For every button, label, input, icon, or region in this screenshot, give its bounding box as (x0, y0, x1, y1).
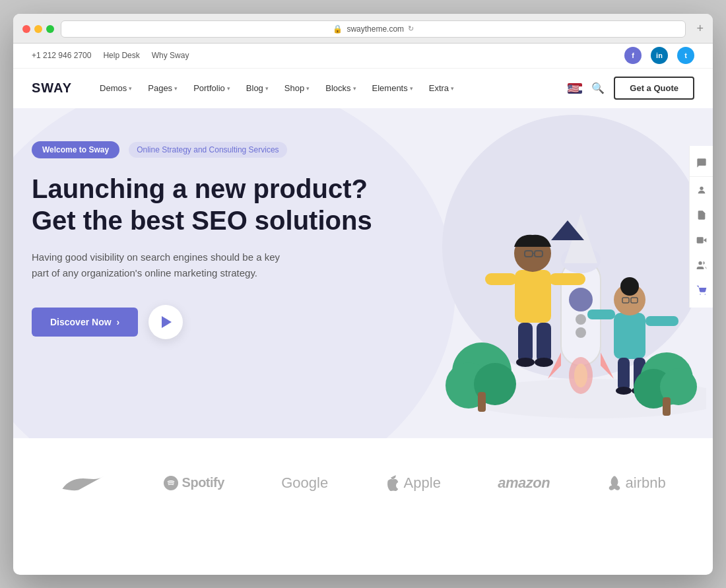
facebook-icon[interactable]: f (624, 47, 642, 64)
sidebar-user-button[interactable] (690, 178, 713, 202)
nav-item-elements[interactable]: Elements ▾ (366, 79, 420, 97)
svg-point-49 (704, 294, 705, 294)
hero-badge-row: Welcome to Sway Online Strategy and Cons… (32, 141, 375, 158)
chevron-down-icon: ▾ (451, 85, 454, 92)
lock-icon: 🔒 (333, 24, 343, 34)
chevron-down-icon: ▾ (174, 85, 178, 92)
svg-point-8 (576, 314, 586, 325)
sidebar-chat-button[interactable] (690, 151, 713, 175)
svg-rect-17 (518, 323, 533, 362)
sidebar-team-button[interactable] (690, 253, 713, 277)
svg-point-11 (574, 364, 587, 387)
reload-icon: ↻ (408, 24, 414, 33)
svg-point-20 (535, 358, 553, 367)
nike-logo-icon (60, 470, 106, 496)
minimize-button[interactable] (34, 25, 42, 33)
help-desk-link[interactable]: Help Desk (103, 51, 139, 60)
twitter-icon[interactable]: t (677, 47, 694, 64)
right-sidebar (689, 146, 713, 308)
svg-rect-34 (587, 310, 615, 319)
brand-amazon: amazon (498, 474, 550, 492)
svg-rect-46 (696, 237, 703, 243)
play-triangle-icon (162, 316, 172, 328)
nav-item-portfolio[interactable]: Portfolio ▾ (187, 79, 237, 97)
svg-rect-33 (645, 316, 678, 326)
play-video-button[interactable] (148, 305, 183, 339)
linkedin-icon[interactable]: in (651, 47, 668, 64)
browser-window: 🔒 swaytheme.com ↻ + +1 212 946 2700 Help… (13, 14, 713, 575)
chevron-down-icon: ▾ (353, 85, 356, 92)
sidebar-cart-button[interactable] (690, 278, 713, 302)
chevron-down-icon: ▾ (227, 85, 230, 92)
spotify-logo-icon (164, 476, 178, 490)
svg-marker-45 (703, 238, 706, 242)
chevron-down-icon: ▾ (306, 85, 310, 92)
discover-now-button[interactable]: Discover Now › (32, 308, 138, 337)
main-nav: SWAY Demos ▾ Pages ▾ Portfolio ▾ Blog ▾ … (13, 69, 713, 108)
sidebar-video-button[interactable] (690, 228, 713, 252)
brands-section: Spotify Google Apple amazon airbnb (13, 438, 713, 528)
hero-actions: Discover Now › (32, 305, 375, 339)
hero-content: Welcome to Sway Online Strategy and Cons… (32, 108, 375, 339)
nav-item-blocks[interactable]: Blocks ▾ (319, 79, 362, 97)
site-logo[interactable]: SWAY (32, 81, 72, 96)
welcome-badge: Welcome to Sway (32, 141, 119, 158)
close-button[interactable] (22, 25, 30, 33)
svg-point-26 (620, 277, 639, 296)
airbnb-logo-icon (607, 474, 622, 492)
apple-logo-icon (385, 474, 400, 492)
address-bar[interactable]: 🔒 swaytheme.com ↻ (61, 20, 686, 38)
search-button[interactable]: 🔍 (589, 79, 607, 97)
svg-point-47 (698, 261, 702, 265)
maximize-button[interactable] (46, 25, 54, 33)
arrow-right-icon: › (117, 317, 120, 327)
nav-item-shop[interactable]: Shop ▾ (278, 79, 316, 97)
url-text: swaytheme.com (346, 24, 404, 34)
language-selector[interactable]: 🇺🇸 (568, 83, 582, 94)
hero-title: Launching a new product? Get the best SE… (32, 173, 375, 236)
svg-rect-18 (537, 323, 551, 362)
top-bar: +1 212 946 2700 Help Desk Why Sway f in … (13, 44, 713, 69)
svg-rect-22 (549, 273, 585, 285)
brand-google: Google (281, 474, 328, 492)
nav-item-extra[interactable]: Extra ▾ (422, 79, 461, 97)
nav-item-demos[interactable]: Demos ▾ (93, 79, 139, 97)
svg-point-48 (700, 294, 700, 294)
brand-apple: Apple (385, 474, 441, 492)
sidebar-divider (690, 176, 713, 177)
brand-spotify: Spotify (164, 475, 224, 490)
svg-rect-24 (614, 313, 645, 359)
svg-point-19 (516, 358, 535, 367)
nav-item-blog[interactable]: Blog ▾ (240, 79, 275, 97)
brand-nike (60, 470, 106, 496)
svg-rect-42 (663, 397, 671, 416)
get-quote-button[interactable]: Get a Quote (614, 77, 694, 100)
chevron-down-icon: ▾ (265, 85, 269, 92)
sidebar-document-button[interactable] (690, 203, 713, 227)
svg-point-44 (700, 186, 703, 189)
hero-illustration (409, 115, 706, 425)
hero-subtitle-tag: Online Strategy and Consulting Services (129, 142, 286, 158)
nav-item-pages[interactable]: Pages ▾ (141, 79, 184, 97)
svg-point-43 (164, 476, 178, 490)
browser-chrome: 🔒 swaytheme.com ↻ + (13, 14, 713, 44)
hero-section: Welcome to Sway Online Strategy and Cons… (13, 108, 713, 438)
new-tab-button[interactable]: + (696, 22, 704, 36)
svg-rect-12 (515, 270, 551, 323)
phone-number: +1 212 946 2700 (32, 51, 91, 60)
traffic-lights (22, 25, 54, 33)
svg-point-31 (616, 387, 632, 395)
svg-point-9 (576, 327, 586, 338)
top-bar-right: f in t (624, 47, 694, 64)
brand-airbnb: airbnb (607, 474, 666, 492)
top-bar-left: +1 212 946 2700 Help Desk Why Sway (32, 51, 189, 60)
hero-description: Having good visibility on search engines… (32, 249, 296, 281)
svg-rect-29 (618, 358, 630, 391)
why-sway-link[interactable]: Why Sway (152, 51, 189, 60)
svg-point-7 (569, 288, 593, 311)
chevron-down-icon: ▾ (129, 85, 132, 92)
svg-rect-38 (478, 392, 486, 412)
nav-right: 🇺🇸 🔍 Get a Quote (568, 77, 694, 100)
svg-rect-21 (485, 273, 517, 285)
nav-menu: Demos ▾ Pages ▾ Portfolio ▾ Blog ▾ Shop … (93, 79, 568, 97)
